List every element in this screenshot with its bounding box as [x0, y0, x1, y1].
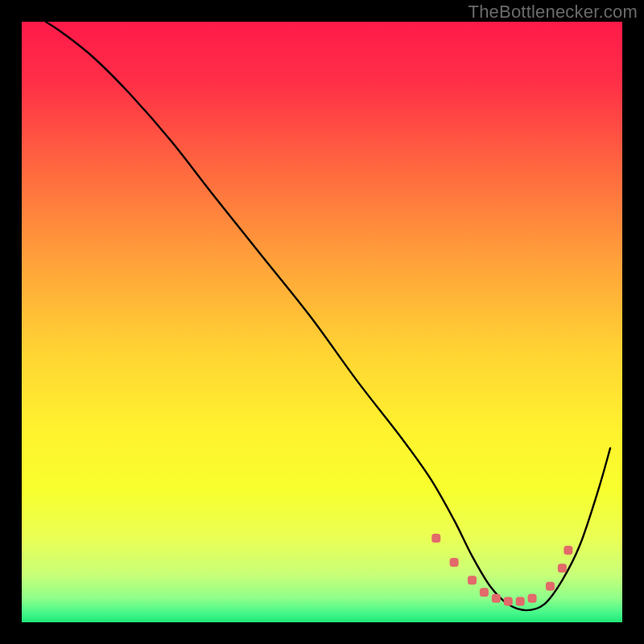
- marker-dot: [450, 558, 459, 567]
- bottleneck-chart: [0, 0, 644, 644]
- marker-dot: [468, 576, 477, 584]
- marker-dot: [480, 588, 489, 597]
- gradient-background: [22, 22, 622, 622]
- chart-container: TheBottlenecker.com: [0, 0, 644, 644]
- marker-dot: [564, 546, 572, 555]
- marker-dot: [546, 582, 555, 591]
- watermark-text: TheBottlenecker.com: [469, 2, 638, 23]
- marker-dot: [516, 597, 525, 605]
- marker-dot: [528, 594, 537, 603]
- marker-dot: [558, 564, 567, 572]
- marker-dot: [504, 597, 513, 605]
- marker-dot: [492, 594, 501, 603]
- marker-dot: [431, 534, 440, 543]
